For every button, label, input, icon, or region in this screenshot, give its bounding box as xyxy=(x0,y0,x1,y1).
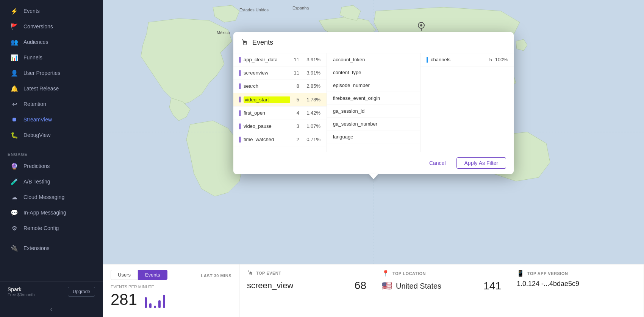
last-30-mins-label: LAST 30 MINS xyxy=(201,273,231,278)
event-name: video_start xyxy=(244,96,290,103)
property-row[interactable]: content_type xyxy=(327,66,420,79)
extensions-icon: 🔌 xyxy=(11,244,18,252)
properties-column: account_tokencontent_typeepisode_numberf… xyxy=(327,53,420,152)
sidebar-item-audiences[interactable]: 👥 Audiences xyxy=(3,34,100,50)
map-area: Estados Unidos México Espanha 🖱 Events a… xyxy=(103,0,644,264)
property-name: ga_session_id xyxy=(333,108,364,114)
upgrade-button[interactable]: Upgrade xyxy=(68,287,95,297)
event-bar xyxy=(239,110,241,116)
property-row[interactable]: account_token xyxy=(327,53,420,66)
mini-bar-chart xyxy=(145,293,165,308)
property-name: language xyxy=(333,134,353,140)
cloud-messaging-icon: ☁ xyxy=(11,193,18,201)
chevron-left-icon: ‹ xyxy=(50,305,53,313)
sidebar-item-extensions[interactable]: 🔌 Extensions xyxy=(3,241,100,256)
event-row[interactable]: first_open41.42% xyxy=(233,107,327,120)
sidebar-item-user-properties[interactable]: 👤 User Properties xyxy=(3,65,100,81)
events-column: app_clear_data113.91%screenview113.91%se… xyxy=(233,53,327,152)
sidebar-item-predictions[interactable]: 🔮 Predictions xyxy=(3,158,100,174)
sidebar-item-conversions[interactable]: 🚩 Conversions xyxy=(3,19,100,34)
sidebar-item-cloud-messaging[interactable]: ☁ Cloud Messaging xyxy=(3,190,100,205)
top-event-icon: 🖱 xyxy=(247,270,253,277)
event-row[interactable]: video_start51.78% xyxy=(233,93,327,107)
event-row[interactable]: screenview113.91% xyxy=(233,67,327,80)
event-name: time_watched xyxy=(244,137,290,142)
top-event-section: 🖱 TOP EVENT screen_view 68 xyxy=(239,264,374,317)
engage-section-label: Engage xyxy=(0,148,103,158)
plan-price: Free $0/month xyxy=(8,292,35,297)
property-row[interactable]: ga_session_id xyxy=(327,105,420,118)
value-count: 5 xyxy=(489,57,492,62)
events-section: Users Events LAST 30 MINS EVENTS PER MIN… xyxy=(103,264,239,317)
sidebar-footer: Spark Free $0/month Upgrade xyxy=(0,281,103,301)
event-name: search xyxy=(244,83,290,89)
event-row[interactable]: app_clear_data113.91% xyxy=(233,53,327,67)
top-event-count: 68 xyxy=(355,280,366,292)
top-version-section: 📱 TOP APP VERSION 1.0.124 -...4bdae5c9 xyxy=(509,264,644,317)
property-row[interactable]: ga_session_number xyxy=(327,118,420,131)
property-name: ga_session_number xyxy=(333,121,377,127)
sidebar-item-funnels[interactable]: 📊 Funnels xyxy=(3,50,100,65)
events-per-minute-label: EVENTS PER MINUTE xyxy=(111,284,231,289)
top-location-row: 🇺🇸 United States 141 xyxy=(382,280,501,292)
event-count: 2 xyxy=(290,137,299,142)
top-event-row: screen_view 68 xyxy=(247,280,366,292)
audiences-icon: 👥 xyxy=(11,38,18,46)
sidebar-item-retention[interactable]: ↩ Retention xyxy=(3,96,100,112)
event-row[interactable]: time_watched20.71% xyxy=(233,133,327,146)
values-column: channels5100% xyxy=(420,53,514,152)
event-pct: 0.71% xyxy=(304,137,320,142)
inapp-messaging-icon: 💬 xyxy=(11,209,18,216)
modal-header-icon: 🖱 xyxy=(241,38,249,47)
property-row[interactable]: firebase_event_origin xyxy=(327,92,420,105)
event-count: 3 xyxy=(290,123,299,129)
sidebar-item-remote-config[interactable]: ⚙ Remote Config xyxy=(3,221,100,236)
property-row[interactable]: episode_number xyxy=(327,79,420,92)
top-version-icon: 📱 xyxy=(517,270,524,277)
bottom-tabs: Users Events xyxy=(111,270,167,280)
value-row: channels5100% xyxy=(420,53,514,67)
users-tab[interactable]: Users xyxy=(111,270,138,280)
location-count: 141 xyxy=(483,280,501,292)
event-pct: 1.07% xyxy=(304,123,320,129)
event-pct: 3.91% xyxy=(304,57,320,62)
property-name: content_type xyxy=(333,70,361,75)
property-name: account_token xyxy=(333,57,365,62)
event-name: screenview xyxy=(244,70,290,76)
apply-as-filter-button[interactable]: Apply As Filter xyxy=(456,157,506,169)
event-bar xyxy=(239,70,241,76)
event-pct: 1.78% xyxy=(304,97,320,103)
sidebar-collapse-button[interactable]: ‹ xyxy=(0,301,103,317)
property-row[interactable]: language xyxy=(327,131,420,143)
event-row[interactable]: search82.85% xyxy=(233,80,327,93)
sidebar-item-latest-release[interactable]: 🔔 Latest Release xyxy=(3,81,100,96)
event-bar xyxy=(239,83,241,89)
mini-bar-5 xyxy=(163,295,165,308)
us-flag: 🇺🇸 xyxy=(382,281,392,291)
sidebar-item-inapp-messaging[interactable]: 💬 In-App Messaging xyxy=(3,205,100,220)
sidebar-item-debugview[interactable]: 🐛 DebugView xyxy=(3,127,100,143)
top-location-section: 📍 TOP LOCATION 🇺🇸 United States 141 xyxy=(374,264,509,317)
event-name: video_pause xyxy=(244,123,290,129)
plan-name: Spark xyxy=(8,286,35,292)
sidebar-item-streamview[interactable]: ⏺ StreamView xyxy=(3,112,100,127)
retention-icon: ↩ xyxy=(11,100,18,108)
cancel-button[interactable]: Cancel xyxy=(423,157,452,169)
property-name: episode_number xyxy=(333,82,370,88)
event-count: 4 xyxy=(290,110,299,116)
modal-body: app_clear_data113.91%screenview113.91%se… xyxy=(233,53,514,152)
streamview-icon: ⏺ xyxy=(11,116,18,123)
svg-point-2 xyxy=(420,24,422,26)
plan-info: Spark Free $0/month xyxy=(8,286,35,297)
funnels-icon: 📊 xyxy=(11,54,18,61)
modal-header: 🖱 Events xyxy=(233,32,514,53)
top-event-header: 🖱 TOP EVENT xyxy=(247,270,366,277)
modal-title: Events xyxy=(252,39,273,47)
sidebar-nav: ⚡ Events 🚩 Conversions 👥 Audiences 📊 Fun… xyxy=(0,0,103,259)
events-tab[interactable]: Events xyxy=(138,270,167,280)
modal-wrapper: 🖱 Events app_clear_data113.91%screenview… xyxy=(233,32,514,179)
sidebar-item-events[interactable]: ⚡ Events xyxy=(3,3,100,19)
sidebar-item-ab-testing[interactable]: 🧪 A/B Testing xyxy=(3,174,100,189)
top-event-name: screen_view xyxy=(247,281,293,291)
event-row[interactable]: video_pause31.07% xyxy=(233,120,327,133)
